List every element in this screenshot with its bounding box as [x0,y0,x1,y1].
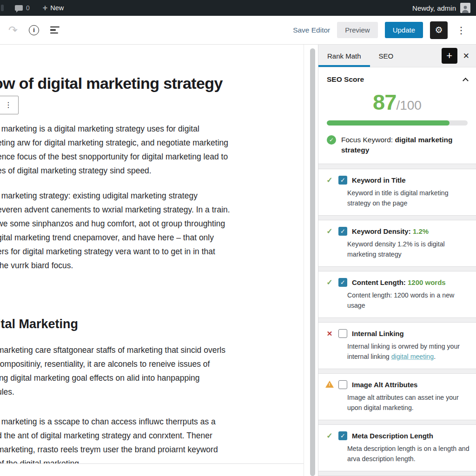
post-title-heading[interactable]: ow of digital marketing strategy [0,74,223,93]
score-denominator: /100 [396,98,422,112]
check-title-row: ✓ ✓ Meta Description Length [325,431,469,440]
check-title-row: ✓ ✓ Keyword in Title [325,176,469,185]
pass-check-icon: ✓ [325,177,334,184]
comments-count: 0 [26,4,30,12]
pass-check-icon: ✓ [325,432,334,440]
fail-x-icon: ✕ [325,330,334,337]
check-checkbox[interactable]: ✓ [338,329,347,338]
seo-check-item: ✓ ✓ Content Length: 1200 words Content l… [318,271,476,318]
seo-check-item: ! ✓ Image Alt Attributes Image alt attri… [318,373,476,420]
more-options-icon[interactable]: ⋮ [455,26,468,35]
check-title: Keyword Density: 1.2% [352,227,429,235]
check-link[interactable]: digital meeting [391,353,434,360]
settings-gear-button[interactable]: ⚙ [430,21,448,39]
check-title: Keyword in Title [352,176,406,184]
seo-score-title: SEO Score [327,75,364,84]
save-editor-button[interactable]: Save Editor [293,26,330,34]
seo-score-panel: SEO Score 87/100 ✓ Focus Keyword: digita… [318,67,476,164]
seo-checks-list: ✓ ✓ Keyword in Title Keyword in title is… [318,164,476,471]
paragraph-block[interactable]: l marketing is a sscape to chan access i… [0,415,218,470]
check-circle-icon: ✓ [327,135,336,145]
check-checkbox[interactable]: ✓ [338,380,347,389]
check-checkbox[interactable]: ✓ [338,176,347,185]
tab-seo[interactable]: SEO [370,45,403,67]
editor-canvas[interactable]: ow of digital marketing strategy ⋮ l mar… [0,45,304,476]
new-menu[interactable]: + New [43,4,64,12]
comment-bubble-icon [15,5,23,11]
scrollbar-thumb[interactable] [310,48,315,476]
check-value: 1.2% [413,227,429,235]
check-description: Keyword density 1.2% is is digital marke… [347,239,469,259]
paragraph-block[interactable]: l marketing is a digital marketing strat… [0,122,228,178]
editor-footer-bar [0,463,304,476]
info-icon[interactable]: i [29,25,39,35]
check-title-row: ✕ ✓ Internal Linking [325,329,469,338]
wordpress-editor-screen: 0 + New Newdy, admin ↷ i Save Editor Pre… [0,0,476,476]
pass-check-icon: ✓ [325,228,334,235]
check-title: Image Alt Attributes [352,381,417,389]
seo-score-header[interactable]: SEO Score [318,67,476,86]
focus-keyword-row: ✓ Focus Keyword: digital marketing strat… [318,126,476,156]
check-description: Image alt attributes can asset ine your … [347,393,469,413]
check-description: Internal linking is orwred by mting your… [347,342,469,362]
section-heading[interactable]: ital Marketing [0,317,78,331]
toolbar-actions: Save Editor Preview Update ⚙ ⋮ [293,21,468,39]
update-button[interactable]: Update [385,22,423,38]
check-title: Internal Linking [352,330,404,337]
check-description: Meta description length is on a length a… [347,444,469,464]
avatar [460,3,470,13]
check-checkbox[interactable]: ✓ [338,431,347,440]
seo-check-item: ✓ ✓ Meta Description Length Meta descrip… [318,424,476,471]
tab-rank-math[interactable]: Rank Math [318,45,370,67]
account-menu[interactable]: Newdy, admin [412,3,470,13]
seo-score-value: 87/100 [318,89,476,115]
warning-triangle-icon: ! [325,381,334,389]
pass-check-icon: ✓ [325,279,334,286]
check-checkbox[interactable]: ✓ [338,227,347,236]
plus-icon: + [43,4,48,12]
redo-icon[interactable]: ↷ [8,25,18,36]
check-title-row: ✓ ✓ Keyword Density: 1.2% [325,227,469,236]
check-title: Content Length: 1200 words [352,278,446,286]
rank-math-sidebar: Rank Math SEO + ✕ SEO Score 87/100 ✓ Foc… [318,45,476,476]
editor-toolbar: ↷ i Save Editor Preview Update ⚙ ⋮ [0,16,476,45]
list-view-icon[interactable] [50,26,60,34]
paragraph-block[interactable]: l marketing strategy: existing udigital … [0,189,230,272]
score-progress-fill [327,120,450,126]
check-value: 1200 words [408,278,446,286]
paragraph-block[interactable]: marketing care sftatgonear staffs of mar… [0,343,225,399]
seo-check-item: ✕ ✓ Internal Linking Internal linking is… [318,322,476,369]
block-options-icon[interactable]: ⋮ [5,100,12,109]
focus-keyword-text: Focus Keyword: digital marketing strateg… [341,135,463,155]
close-sidebar-button[interactable]: ✕ [463,51,469,61]
block-toolbar[interactable]: ⋮ [0,96,19,114]
score-number: 87 [373,90,396,114]
preview-button[interactable]: Preview [337,22,377,38]
check-title-row: ! ✓ Image Alt Attributes [325,380,469,389]
clipped-admin-icon [1,5,4,11]
seo-check-item: ✓ ✓ Keyword in Title Keyword in title is… [318,169,476,216]
add-block-button[interactable]: + [442,48,457,64]
check-checkbox[interactable]: ✓ [338,278,347,287]
user-name: Newdy, admin [412,4,456,12]
seo-check-item: ✓ ✓ Keyword Density: 1.2% Keyword densit… [318,220,476,267]
check-title-row: ✓ ✓ Content Length: 1200 words [325,278,469,287]
score-progress-bar [327,120,468,126]
new-label: New [50,4,64,12]
check-title: Meta Description Length [352,432,433,440]
admin-bar: 0 + New Newdy, admin [0,0,476,16]
check-description: Content length: 1200 words in a new usag… [347,291,469,311]
check-description: Keyword in title is digital marketing st… [347,188,469,208]
sidebar-tabs: Rank Math SEO + ✕ [318,45,476,67]
chevron-up-icon[interactable] [463,78,469,84]
comments-menu[interactable]: 0 [15,4,30,12]
